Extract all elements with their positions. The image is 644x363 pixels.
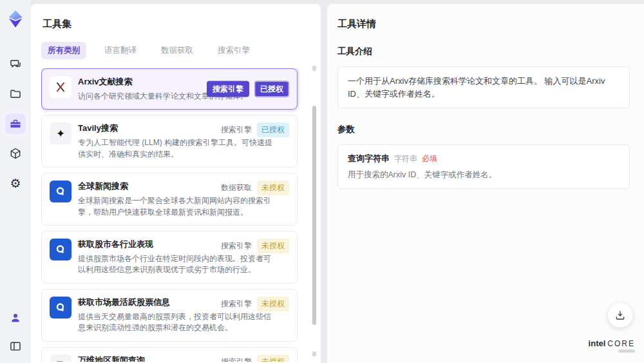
tool-description: 全球新闻搜索是一个聚合全球各大新闻网站内容的搜索引擎，帮助用户快速获取全球最新资… (78, 195, 289, 218)
category-label: 数据获取 (221, 182, 252, 193)
tool-intro-text: 一个用于从Arxiv存储库搜索科学论文和文章的工具。 输入可以是Arxiv ID… (337, 66, 630, 108)
category-label: 搜索引擎 (221, 299, 252, 309)
folder-icon (9, 88, 22, 101)
status-badge: 未授权 (257, 239, 289, 253)
intel-core-logo: intelcore (589, 338, 635, 353)
sidebar-item-tools[interactable] (5, 113, 26, 134)
tab-search-engine[interactable]: 搜索引擎 (211, 42, 256, 59)
page-title: 工具集 (43, 18, 312, 30)
download-button[interactable] (608, 303, 632, 328)
tab-all-categories[interactable]: 所有类别 (41, 42, 86, 59)
arxiv-x-icon (50, 76, 71, 98)
param-name: 查询字符串 (348, 153, 390, 164)
app-logo-icon[interactable] (6, 9, 25, 28)
tool-card-global-news[interactable]: 全球新闻搜索 全球新闻搜索是一个聚合全球各大新闻网站内容的搜索引擎，帮助用户快速… (41, 173, 298, 226)
scrollbar-down-arrow[interactable] (312, 351, 316, 357)
param-description: 用于搜索的Arxiv ID、关键字或作者姓名。 (348, 170, 620, 181)
status-badge: 已授权 (257, 123, 289, 137)
tool-card-active-stocks[interactable]: 获取市场最活跃股票信息 提供当天交易量最高的股票列表，投资者可以利用这些信息来识… (41, 289, 298, 342)
blue-news-icon (50, 181, 71, 202)
tool-description: 专为人工智能代理 (LLM) 构建的搜索引擎工具。可快速提供实时、准确和真实的结… (78, 137, 289, 160)
intro-heading: 工具介绍 (337, 46, 630, 57)
sidebar-item-settings[interactable]: ⚙ (5, 173, 26, 193)
list-scrollbar[interactable] (312, 66, 317, 357)
status-badge: 已授权 (254, 81, 289, 97)
category-tabs: 所有类别 语言翻译 数据获取 搜索引擎 (41, 42, 312, 59)
tavily-star-icon: ✦ (50, 123, 71, 144)
user-icon (9, 311, 22, 324)
tool-description: 提供当天交易量最高的股票列表，投资者可以利用这些信息来识别流动性强的股票和潜在的… (78, 311, 289, 334)
sidebar-item-panel-toggle[interactable] (5, 336, 26, 357)
status-badge: 未授权 (257, 355, 289, 362)
tool-list: Arxiv文献搜索 访问各个研究领域大量科学论文和文章的存储库。 搜索引擎 已授… (41, 68, 312, 362)
tool-card-sector-performance[interactable]: 获取股市各行业表现 提供股票市场各个行业在特定时间段内的表现。投资者可以利用这些… (41, 231, 298, 284)
detail-title: 工具详情 (337, 18, 630, 30)
tool-detail-panel: 工具详情 工具介绍 一个用于从Arxiv存储库搜索科学论文和文章的工具。 输入可… (327, 4, 644, 363)
main-area: 工具集 所有类别 语言翻译 数据获取 搜索引擎 A (31, 0, 644, 363)
scrollbar-up-arrow[interactable] (312, 66, 316, 71)
category-badge: 搜索引擎 (207, 81, 249, 97)
tab-language-translation[interactable]: 语言翻译 (98, 42, 143, 59)
category-label: 搜索引擎 (221, 124, 252, 135)
sidebar-item-account[interactable] (5, 308, 26, 328)
blue-news-icon (50, 239, 71, 260)
tool-card-arxiv[interactable]: Arxiv文献搜索 访问各个研究领域大量科学论文和文章的存储库。 搜索引擎 已授… (41, 68, 298, 110)
sidebar-item-packages[interactable] (5, 143, 26, 164)
intel-brand-text: intel (589, 338, 606, 348)
cube-icon (9, 147, 22, 160)
scrollbar-thumb[interactable] (312, 106, 316, 325)
panel-toggle-icon (9, 340, 22, 353)
param-required-flag: 必填 (422, 153, 437, 164)
intel-badge-mark (618, 349, 635, 353)
param-card: 查询字符串 字符串 必填 用于搜索的Arxiv ID、关键字或作者姓名。 (337, 144, 630, 189)
tool-card-regional-news[interactable]: 万维地区新闻查询 查询具体行政区划内的新闻，快速了解各地新闻动 搜索引擎 未授权 (41, 347, 298, 362)
tool-description: 提供股票市场各个行业在特定时间段内的表现。投资者可以利用这些信息来识别表现优于或… (78, 253, 289, 276)
blue-news-icon (50, 297, 71, 319)
gear-icon: ⚙ (10, 177, 21, 190)
status-badge: 未授权 (257, 297, 289, 311)
status-badge: 未授权 (257, 181, 289, 195)
tool-card-tavily[interactable]: ✦ Tavily搜索 专为人工智能代理 (LLM) 构建的搜索引擎工具。可快速提… (41, 115, 298, 168)
category-label: 搜索引擎 (221, 240, 252, 251)
app-window: ⚙ 工具集 所有类别 语言翻译 (0, 0, 644, 363)
category-label: 搜索引擎 (221, 357, 252, 362)
download-icon (614, 309, 626, 321)
sidebar-item-chat[interactable] (5, 54, 26, 75)
newspaper-icon (50, 355, 71, 362)
params-heading: 参数 (337, 124, 630, 135)
intel-product-text: core (607, 339, 635, 348)
toolbox-icon (9, 117, 22, 130)
tab-data-fetch[interactable]: 数据获取 (155, 42, 200, 59)
sidebar-item-files[interactable] (5, 84, 26, 104)
chat-icon (9, 58, 22, 71)
sidebar: ⚙ (0, 0, 31, 363)
tool-list-panel: 工具集 所有类别 语言翻译 数据获取 搜索引擎 A (31, 4, 321, 363)
param-type: 字符串 (394, 153, 417, 164)
